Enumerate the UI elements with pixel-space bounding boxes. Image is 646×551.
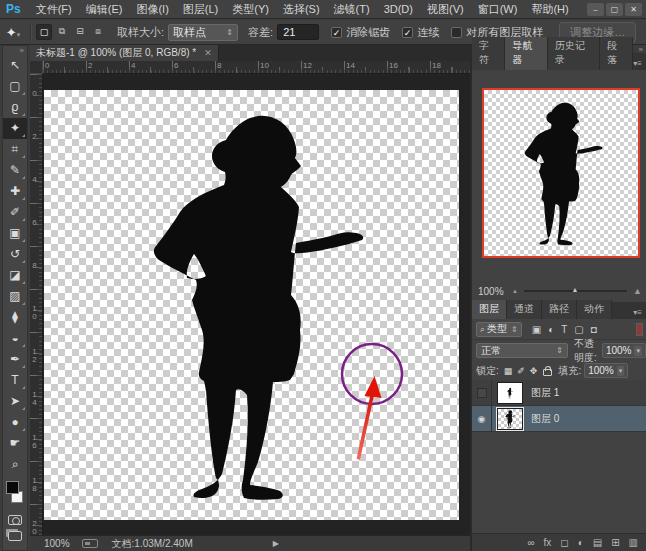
healing-brush-tool[interactable]: ✚ (3, 181, 27, 202)
fill-dropdown[interactable]: 100% ▾ (584, 363, 628, 378)
zoom-tool[interactable]: ⌕ (3, 454, 27, 475)
status-zoom-level[interactable]: 100% (44, 538, 70, 549)
menu-filter[interactable]: 滤镜(T) (327, 0, 377, 19)
status-flyout-icon[interactable]: ▶ (273, 539, 279, 548)
lock-all-icon[interactable] (543, 369, 552, 376)
lasso-tool[interactable]: ϱ (3, 97, 27, 118)
minimize-button[interactable]: – (587, 3, 604, 16)
menu-file[interactable]: 文件(F) (29, 0, 79, 19)
panel-menu-icon[interactable]: ▾≡ (633, 308, 646, 319)
type-tool[interactable]: T (3, 370, 27, 391)
path-selection-tool[interactable]: ➤ (3, 391, 27, 412)
eyedropper-tool[interactable]: ✎ (3, 160, 27, 181)
move-tool[interactable]: ↖ (3, 55, 27, 76)
current-tool-icon[interactable]: ✦▾ (0, 25, 26, 40)
layer-name[interactable]: 图层 1 (531, 386, 559, 400)
navigator-zoom-value[interactable]: 100% (478, 286, 512, 297)
tab-actions[interactable]: 动作 (577, 300, 612, 319)
filter-toggle-icon[interactable] (636, 323, 643, 336)
foreground-color-swatch[interactable] (6, 481, 19, 494)
panel-menu-icon[interactable]: ▾≡ (633, 59, 646, 70)
delete-layer-icon[interactable]: ▥ (629, 534, 638, 551)
contiguous-checkbox[interactable]: ✓ (402, 27, 413, 38)
add-mask-icon[interactable]: ◻ (560, 534, 568, 551)
tolerance-input[interactable] (283, 26, 313, 38)
clone-stamp-tool[interactable]: ▣ (3, 223, 27, 244)
history-brush-tool[interactable]: ↺ (3, 244, 27, 265)
tab-paragraph[interactable]: 段落 (600, 37, 633, 70)
tab-navigator[interactable]: 导航器 (505, 37, 548, 70)
menu-window[interactable]: 窗口(W) (471, 0, 525, 19)
crop-tool[interactable]: ⌗ (3, 139, 27, 160)
document-tab[interactable]: 未标题-1 @ 100% (图层 0, RGB/8) * ✕ (30, 45, 219, 61)
magic-wand-tool[interactable]: ✦ (3, 118, 27, 139)
gradient-tool[interactable]: ▨ (3, 286, 27, 307)
menu-select[interactable]: 选择(S) (276, 0, 327, 19)
close-button[interactable]: ✕ (625, 3, 642, 16)
eraser-tool[interactable]: ◪ (3, 265, 27, 286)
blend-mode-dropdown[interactable]: 正常 ⇕ (476, 343, 568, 358)
filter-shape-layers-icon[interactable]: ▢ (574, 324, 583, 335)
slider-thumb-icon[interactable]: ▲ (572, 286, 579, 293)
link-layers-icon[interactable]: ∞ (527, 534, 534, 551)
navigator-preview[interactable] (482, 88, 640, 258)
shape-tool[interactable]: ● (3, 412, 27, 433)
new-group-icon[interactable]: ▤ (593, 534, 602, 551)
canvas-pasteboard[interactable] (43, 74, 470, 535)
subtract-selection-mode-button[interactable]: ⊟ (72, 24, 88, 40)
opacity-dropdown[interactable]: 100% ▾ (602, 343, 646, 358)
pen-tool[interactable]: ✒ (3, 349, 27, 370)
menu-edit[interactable]: 编辑(E) (79, 0, 130, 19)
menu-type[interactable]: 类型(Y) (225, 0, 276, 19)
tab-paths[interactable]: 路径 (542, 300, 577, 319)
layer-row-1[interactable]: ◉ 图层 1 (472, 380, 646, 406)
layer-thumbnail[interactable] (497, 382, 523, 404)
tab-layers[interactable]: 图层 (472, 300, 507, 319)
tab-character[interactable]: 字符 (472, 37, 505, 70)
zoom-out-icon[interactable]: ▲ (512, 288, 518, 294)
ruler-origin-corner[interactable] (30, 61, 43, 74)
filter-pixel-layers-icon[interactable]: ▣ (532, 324, 541, 335)
screen-mode-button[interactable] (8, 531, 22, 541)
document-canvas[interactable] (44, 90, 459, 520)
tab-history[interactable]: 历史记录 (548, 37, 600, 70)
toolbox-collapse-icon[interactable]: » (3, 46, 27, 55)
quick-mask-button[interactable] (8, 515, 22, 525)
menu-help[interactable]: 帮助(H) (524, 0, 575, 19)
blur-tool[interactable]: ⧫ (3, 307, 27, 328)
add-to-selection-mode-button[interactable]: ⧉ (54, 24, 70, 40)
anti-alias-checkbox[interactable]: ✓ (331, 27, 342, 38)
visibility-toggle[interactable]: ◉ (472, 406, 492, 432)
lock-transparency-icon[interactable]: ▦ (504, 366, 513, 376)
lock-pixels-icon[interactable]: ✐ (517, 366, 525, 376)
new-layer-icon[interactable]: ⊞ (611, 534, 619, 551)
tab-channels[interactable]: 通道 (507, 300, 542, 319)
filter-type-layers-icon[interactable]: T (561, 324, 567, 335)
contiguous-option[interactable]: ✓ 连续 (402, 25, 439, 40)
menu-image[interactable]: 图像(I) (129, 0, 175, 19)
lock-position-icon[interactable]: ✥ (530, 366, 538, 376)
filter-adjustment-layers-icon[interactable]: ◐ (548, 324, 554, 335)
layer-effects-icon[interactable]: fx (544, 534, 552, 551)
maximize-button[interactable]: ▢ (606, 3, 623, 16)
menu-layer[interactable]: 图层(L) (176, 0, 225, 19)
zoom-in-icon[interactable]: ▲ (633, 286, 642, 296)
anti-alias-option[interactable]: ✓ 消除锯齿 (331, 25, 390, 40)
tab-close-icon[interactable]: ✕ (204, 48, 212, 58)
filter-smart-objects-icon[interactable]: ◘ (591, 324, 597, 335)
dodge-tool[interactable]: ◒ (3, 328, 27, 349)
navigator-zoom-slider[interactable]: ▲ (524, 290, 627, 292)
layer-thumbnail[interactable] (497, 408, 523, 430)
brush-tool[interactable]: ✐ (3, 202, 27, 223)
hand-tool[interactable]: ☛ (3, 433, 27, 454)
layer-row-0[interactable]: ◉ 图层 0 (472, 406, 646, 432)
marquee-tool[interactable]: ▢ (3, 76, 27, 97)
filter-kind-dropdown[interactable]: ⌕ 类型 ⇕ (476, 322, 522, 337)
visibility-toggle[interactable]: ◉ (472, 380, 492, 406)
intersect-selection-mode-button[interactable]: ⧈ (90, 24, 106, 40)
menu-view[interactable]: 视图(V) (420, 0, 471, 19)
sample-all-layers-checkbox[interactable]: ✓ (451, 27, 462, 38)
sample-size-dropdown[interactable]: 取样点⇕ (168, 24, 238, 41)
layer-name[interactable]: 图层 0 (531, 412, 559, 426)
adjustment-layer-icon[interactable]: ◐ (578, 534, 584, 551)
